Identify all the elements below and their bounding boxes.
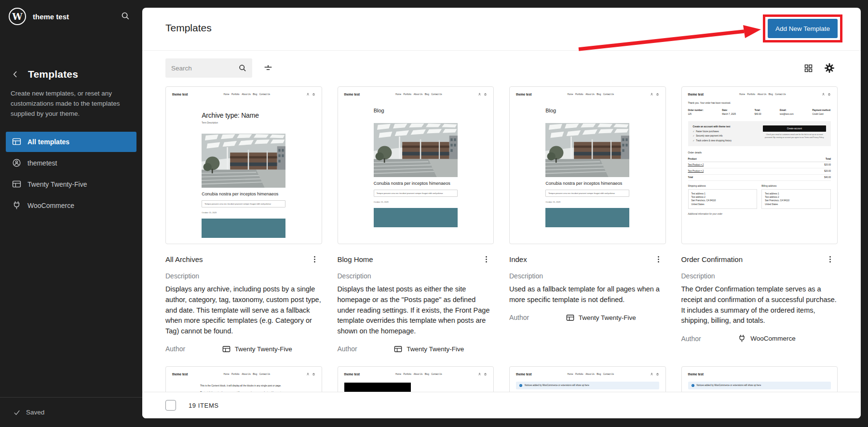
view-options-gear-icon[interactable]: [821, 60, 838, 76]
preview-nav-item: About Us: [242, 373, 251, 375]
preview-nav-item: Contact Us: [603, 93, 614, 96]
preview-nav-item: Contact Us: [603, 373, 614, 375]
kebab-menu-icon[interactable]: [823, 253, 838, 266]
template-preview[interactable]: theme test HomePortfolioAbout UsBlogCont…: [509, 366, 666, 392]
author-icon: [12, 158, 22, 168]
template-title[interactable]: All Archives: [165, 255, 203, 263]
preview-footer-band: [202, 219, 285, 238]
search-icon: [238, 63, 247, 73]
preview-post-date: October 15, 2023: [545, 201, 629, 203]
sidebar-item-label: All templates: [27, 138, 69, 146]
preview-nav-item: Contact Us: [431, 93, 442, 96]
template-description: The Order Confirmation template serves a…: [681, 284, 838, 326]
sidebar-description: Create new templates, or reset any custo…: [0, 80, 142, 130]
preview-site-logo: theme test: [688, 372, 704, 376]
templates-grid: theme test HomePortfolioAbout UsBlogCont…: [142, 85, 861, 392]
wordpress-logo[interactable]: W: [9, 8, 26, 25]
grid-view-icon[interactable]: [800, 60, 816, 76]
items-count: 19 ITEMS: [189, 402, 219, 409]
kebab-menu-icon[interactable]: [651, 253, 666, 266]
preview-nav-item: Blog: [597, 93, 601, 96]
template-preview[interactable]: theme test HomePortfolioAbout UsBlogCont…: [165, 366, 322, 392]
sidebar-search-icon[interactable]: [118, 9, 133, 25]
preview-nav-item: Home: [395, 93, 401, 96]
sidebar-item-woocommerce[interactable]: WooCommerce: [6, 195, 136, 216]
template-title[interactable]: Order Confirmation: [681, 255, 743, 263]
template-title[interactable]: Blog Home: [338, 255, 373, 263]
search-box[interactable]: [165, 58, 252, 78]
select-all-checkbox[interactable]: [165, 400, 176, 411]
sidebar-item-themetest[interactable]: themetest: [6, 153, 136, 173]
cart-icon: [312, 93, 315, 96]
site-title[interactable]: theme test: [33, 13, 111, 21]
template-card-row2-1: theme test HomePortfolioAbout UsBlogCont…: [165, 366, 322, 392]
template-icon: [393, 344, 403, 354]
preview-post-date: October 15, 2023: [202, 211, 285, 214]
page-title: Templates: [165, 19, 212, 34]
building-photo: [545, 123, 629, 177]
building-photo: [202, 134, 285, 188]
kebab-menu-icon[interactable]: [307, 253, 322, 266]
template-icon: [566, 313, 575, 322]
preview-nav-item: Blog: [253, 93, 257, 96]
template-preview[interactable]: theme test HomePortfolioAbout UsBlogCont…: [681, 86, 838, 244]
sidebar-item-all-templates[interactable]: All templates: [6, 132, 136, 152]
person-icon: [478, 372, 481, 376]
author-name: Twenty Twenty-Five: [235, 345, 292, 353]
template-card-row2-checkout: theme test i Notices added by WooCommerc…: [681, 366, 838, 392]
preview-archive-heading: Archive type: Name: [202, 111, 285, 119]
template-preview[interactable]: theme test HomePortfolioAbout UsBlogCont…: [338, 86, 494, 244]
preview-nav-item: Contact Us: [775, 93, 786, 96]
template-card-all-archives: theme test HomePortfolioAbout UsBlogCont…: [165, 86, 322, 354]
template-preview[interactable]: theme test HomePortfolioAbout UsBlogCont…: [509, 86, 666, 244]
preview-nav-item: Contact Us: [259, 93, 270, 96]
info-icon: i: [692, 384, 694, 387]
sidebar-nav: All templates themetest Twenty Twenty-Fi…: [0, 130, 142, 218]
monochrome-photo: [344, 383, 411, 392]
template-title[interactable]: Index: [509, 255, 527, 263]
preview-nav-item: About Us: [585, 93, 595, 96]
preview-woo-notice: i Notices added by WooCommerce or extens…: [516, 382, 659, 389]
preview-nav: HomePortfolioAbout UsBlogContact Us: [221, 93, 270, 96]
preview-nav: HomePortfolioAbout UsBlogContact Us: [565, 93, 614, 96]
back-button[interactable]: [10, 69, 21, 80]
template-card-order-confirmation: theme test HomePortfolioAbout UsBlogCont…: [681, 86, 838, 343]
template-icon: [12, 137, 22, 147]
preview-billing-address: Billing address Test address 1 Test addr…: [761, 185, 831, 209]
search-input[interactable]: [171, 65, 238, 72]
preview-nav-item: Portfolio: [404, 373, 412, 375]
preview-post-title: Conubia nostra per inceptos himenaeos: [545, 181, 629, 186]
person-icon: [650, 372, 653, 376]
preview-nav-item: Portfolio: [575, 93, 583, 96]
template-preview[interactable]: theme test HomePortfolioAbout UsBlogCont…: [338, 366, 494, 392]
template-preview[interactable]: theme test HomePortfolioAbout UsBlogCont…: [165, 86, 322, 244]
preview-site-logo: theme test: [344, 372, 360, 376]
preview-additional-info: Additional information for your order: [688, 213, 831, 215]
preview-footer-band: [545, 208, 629, 227]
preview-nav-item: Portfolio: [231, 373, 240, 375]
preview-nav-item: About Us: [758, 93, 767, 96]
author-label: Author: [681, 335, 738, 343]
author-label: Author: [165, 345, 222, 353]
kebab-menu-icon[interactable]: [479, 253, 494, 266]
filter-icon[interactable]: [260, 60, 276, 76]
preview-nav-item: Portfolio: [747, 93, 756, 96]
template-preview[interactable]: theme test i Notices added by WooCommerc…: [681, 366, 838, 392]
cart-icon: [312, 372, 315, 376]
preview-post-date: October 15, 2023: [374, 201, 458, 203]
add-new-template-button[interactable]: Add New Template: [768, 19, 838, 38]
author-name: Twenty Twenty-Five: [407, 345, 464, 353]
site-editor-sidebar: W theme test Templates Create new templa…: [0, 0, 142, 427]
template-description: Displays any archive, including posts by…: [165, 284, 322, 337]
preview-create-account-button: Create account: [763, 125, 826, 132]
cart-icon: [484, 372, 487, 376]
preview-nav-item: Blog: [769, 93, 773, 96]
sidebar-item-label: Twenty Twenty-Five: [27, 180, 87, 188]
preview-nav-item: About Us: [242, 93, 251, 96]
preview-excerpt: Tempus posuere urna nec tincidunt praese…: [202, 200, 285, 207]
sidebar-item-twenty-twenty-five[interactable]: Twenty Twenty-Five: [6, 174, 136, 194]
description-label: Description: [338, 272, 494, 280]
preview-post-title: Conubia nostra per inceptos himenaeos: [374, 181, 458, 186]
preview-nav-item: Blog: [253, 373, 257, 375]
preview-nav-item: Blog: [425, 93, 429, 96]
